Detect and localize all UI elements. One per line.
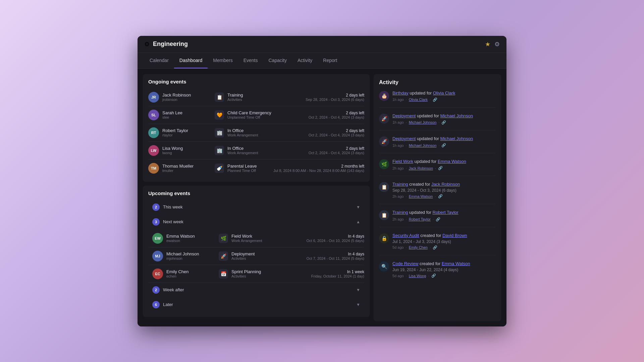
person-handle: jrobinson xyxy=(162,98,209,102)
activity-event-type[interactable]: Training xyxy=(392,182,408,187)
time-left: 2 days left xyxy=(306,93,364,98)
activity-link-icon[interactable]: 🔗 xyxy=(433,98,437,102)
activity-link-icon[interactable]: 🔗 xyxy=(436,217,440,222)
activity-content: Deployment updated for Michael Johnson 1… xyxy=(392,136,496,147)
time-info: 2 days left Oct 2, 2024 - Oct 4, 2024 (3… xyxy=(309,146,364,155)
person-info: Jack Robinson jrobinson xyxy=(162,93,209,102)
time-left: 2 days left xyxy=(309,146,364,151)
activity-event-type[interactable]: Security Audit xyxy=(392,233,419,238)
nav-item-calendar[interactable]: Calendar xyxy=(144,53,174,68)
activity-text: Training created for Jack Robinson xyxy=(392,181,496,187)
activity-person[interactable]: Michael Johnson xyxy=(440,136,473,141)
nav-item-capacity[interactable]: Capacity xyxy=(263,53,292,68)
person-info: Emma Watson ewatson xyxy=(166,234,213,243)
event-category: Activities xyxy=(227,98,306,102)
activity-actor[interactable]: Lisa Wong xyxy=(409,274,426,278)
event-type-icon: 🌿 xyxy=(219,234,228,243)
activity-event-type[interactable]: Training xyxy=(392,210,408,215)
activity-link-icon[interactable]: 🔗 xyxy=(431,274,436,278)
activity-event-type[interactable]: Deployment xyxy=(392,136,416,141)
group-label: Week after xyxy=(163,287,356,292)
nav-item-dashboard[interactable]: Dashboard xyxy=(174,53,208,68)
activity-type-icon: 🔒 xyxy=(379,233,389,243)
upcoming-group-header[interactable]: 2 Week after ▼ xyxy=(148,283,364,297)
avatar: RT xyxy=(148,127,159,138)
activity-person[interactable]: Olivia Clark xyxy=(433,90,455,96)
title-bar-left: ⚙ Engineering xyxy=(144,41,188,48)
event-category: Work Arrangement xyxy=(231,239,307,243)
person-info: Thomas Mueller tmuller xyxy=(162,164,209,173)
activity-actor[interactable]: Michael Johnson xyxy=(409,120,437,124)
activity-actor[interactable]: Jack Robinson xyxy=(409,166,433,170)
activity-time-ago: 2h ago xyxy=(392,217,404,221)
activity-link-icon[interactable]: 🔗 xyxy=(438,194,443,198)
activity-action: updated for xyxy=(417,113,440,118)
event-name: Sprint Planning xyxy=(231,269,311,274)
person-info: Sarah Lee slee xyxy=(162,110,209,119)
activity-actor[interactable]: Emma Watson xyxy=(409,194,433,198)
star-button[interactable]: ★ xyxy=(485,41,490,48)
activity-item: 🌿 Field Work updated for Emma Watson 2h … xyxy=(379,159,496,176)
chevron-icon: ▲ xyxy=(356,220,360,224)
nav-item-activity[interactable]: Activity xyxy=(292,53,318,68)
person-handle: slee xyxy=(162,115,209,119)
app-window: ⚙ Engineering ★ ⚙ Calendar Dashboard Mem… xyxy=(138,36,506,326)
activity-actor[interactable]: Robert Taylor xyxy=(409,217,431,221)
activity-person[interactable]: Robert Taylor xyxy=(433,210,459,215)
nav-item-events[interactable]: Events xyxy=(238,53,263,68)
group-label: Later xyxy=(163,302,356,307)
app-icon: ⚙ xyxy=(144,41,150,48)
activity-item: 📋 Training updated for Robert Taylor 2h … xyxy=(379,209,496,227)
activity-action: created for xyxy=(409,182,431,187)
activity-date-range: Sep 28, 2024 - Oct 3, 2024 (6 days) xyxy=(392,188,496,193)
activity-event-type[interactable]: Field Work xyxy=(392,159,413,164)
person-name: Emma Watson xyxy=(166,234,213,239)
person-name: Robert Taylor xyxy=(162,128,209,133)
activity-action: updated for xyxy=(409,210,432,215)
activity-event-type[interactable]: Code Review xyxy=(392,261,418,266)
upcoming-group-header[interactable]: 3 Next week ▲ xyxy=(148,215,364,229)
activity-content: Field Work updated for Emma Watson 2h ag… xyxy=(392,159,496,170)
nav-item-report[interactable]: Report xyxy=(318,53,342,68)
upcoming-group-header[interactable]: 2 This week ▼ xyxy=(148,200,364,214)
person-info: Emily Chen echen xyxy=(166,269,213,278)
activity-actor[interactable]: Michael Johnson xyxy=(409,143,437,147)
person-name: Thomas Mueller xyxy=(162,164,209,169)
event-info: Parental Leave Planned Time Off xyxy=(227,164,273,173)
activity-person[interactable]: Emma Watson xyxy=(442,261,470,266)
activity-link-icon[interactable]: 🔗 xyxy=(438,166,443,170)
ongoing-events-card: Ongoing events JR Jack Robinson jrobinso… xyxy=(143,74,370,182)
event-info: In Office Work Arrangement xyxy=(227,128,309,137)
avatar: EW xyxy=(152,233,163,244)
upcoming-event-row: EC Emily Chen echen 📅 Sprint Planning Ac… xyxy=(148,265,364,283)
ongoing-events-list: JR Jack Robinson jrobinson 📋 Training Ac… xyxy=(148,88,364,177)
main-content: Ongoing events JR Jack Robinson jrobinso… xyxy=(138,69,506,326)
activity-person[interactable]: Emma Watson xyxy=(438,159,466,164)
settings-button[interactable]: ⚙ xyxy=(494,41,500,48)
activity-meta: 1h ago · Olivia Clark · 🔗 xyxy=(392,98,496,102)
upcoming-group-header[interactable]: 6 Later ▼ xyxy=(148,298,364,312)
activity-event-type[interactable]: Birthday xyxy=(392,90,409,96)
activity-actor[interactable]: Emily Chen xyxy=(409,245,428,249)
time-left: In 4 days xyxy=(307,234,364,239)
activity-meta: 2h ago · Emma Watson · 🔗 xyxy=(392,194,496,198)
nav-item-members[interactable]: Members xyxy=(208,53,238,68)
activity-meta: 2h ago · Robert Taylor · 🔗 xyxy=(392,217,496,222)
activity-person[interactable]: David Brown xyxy=(442,233,467,238)
activity-actor[interactable]: Olivia Clark xyxy=(409,98,428,102)
activity-action: updated for xyxy=(415,159,438,164)
activity-type-icon: 🎂 xyxy=(379,91,389,101)
person-handle: echen xyxy=(166,274,213,278)
activity-person[interactable]: Michael Johnson xyxy=(440,113,473,118)
time-range: Jul 8, 2024 8:00 AM - Nov 28, 2024 8:00 … xyxy=(273,169,364,173)
activity-panel: Activity 🎂 Birthday updated for Olivia C… xyxy=(374,74,501,321)
chevron-icon: ▼ xyxy=(356,205,360,209)
ongoing-event-row: RT Robert Taylor rtaylor 🏢 In Office Wor… xyxy=(148,124,364,142)
activity-link-icon[interactable]: 🔗 xyxy=(433,245,437,250)
activity-link-icon[interactable]: 🔗 xyxy=(441,120,446,125)
activity-panel-title: Activity xyxy=(379,79,496,85)
avatar: EC xyxy=(152,268,163,279)
activity-event-type[interactable]: Deployment xyxy=(392,113,416,118)
activity-person[interactable]: Jack Robinson xyxy=(431,182,460,187)
activity-link-icon[interactable]: 🔗 xyxy=(441,143,446,147)
